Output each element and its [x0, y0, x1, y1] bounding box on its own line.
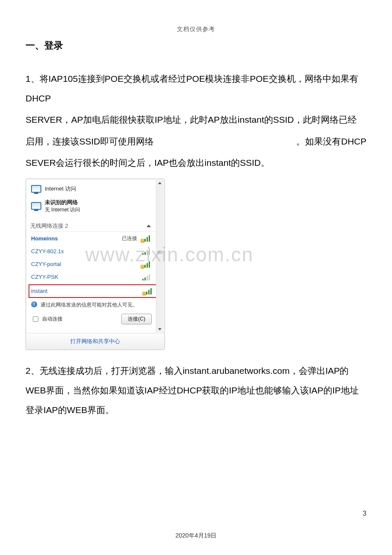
wifi-name: CZYY-PSK — [31, 274, 58, 280]
signal-icon — [142, 274, 151, 280]
checkbox[interactable] — [33, 316, 38, 322]
chevron-up-icon — [147, 225, 151, 227]
signal-icon — [144, 288, 153, 295]
wifi-name: instant — [31, 288, 47, 294]
wifi-status: 已连接 — [122, 235, 137, 242]
paragraph: 1、将IAP105连接到POE交换机或者经过POE模块连接非POE交换机，网络中… — [26, 69, 366, 108]
paragraph: SEVER会运行很长的时间之后，IAP也会放出instant的SSID。 — [26, 153, 366, 173]
open-network-center-link[interactable]: 打开网络和共享中心 — [26, 333, 164, 350]
info-row: ! 通过此网络发送的信息可能对其他人可见。 — [30, 299, 160, 312]
wifi-item[interactable]: CZYY-802.1x — [30, 245, 160, 258]
monitor-icon — [31, 201, 41, 211]
signal-icon — [142, 235, 151, 242]
wifi-name: CZYY-802.1x — [31, 248, 64, 254]
wifi-item-homeinns[interactable]: Homeinns 已连接 — [30, 232, 160, 245]
footer-date: 2020年4月19日 — [0, 532, 392, 540]
adapter-label: 无线网络连接 2 — [30, 222, 68, 230]
paragraph-part: 启用，连接该SSID即可使用网络 — [26, 132, 154, 151]
wifi-networks-panel: Internet 访问 未识别的网络 无 Internet 访问 无线网络连接 … — [26, 179, 165, 350]
page-number: 3 — [363, 510, 366, 517]
section-heading: 一、登录 — [26, 39, 366, 52]
signal-icon — [142, 248, 151, 255]
network-subtitle: 无 Internet 访问 — [45, 206, 80, 214]
wifi-name: CZYY-portal — [31, 261, 61, 267]
wifi-item[interactable]: CZYY-portal — [30, 258, 160, 271]
scrollbar[interactable] — [156, 180, 164, 332]
scroll-thumb[interactable] — [157, 251, 163, 254]
auto-connect-checkbox[interactable]: 自动连接 — [31, 315, 63, 323]
paragraph: SERVER，AP加电后能很快获取IP地址，此时AP放出instant的SSID… — [26, 110, 366, 130]
network-title: Internet 访问 — [45, 185, 76, 193]
monitor-icon — [31, 184, 41, 194]
paragraph: 2、无线连接成功后，打开浏览器，输入instant.arubanetworks.… — [26, 361, 366, 420]
wifi-list: Homeinns 已连接 CZYY-802.1x CZYY-portal CZY… — [30, 232, 160, 329]
signal-icon — [142, 261, 151, 268]
auto-connect-label: 自动连接 — [42, 315, 63, 323]
network-title: 未识别的网络 — [45, 199, 80, 206]
paragraph: 启用，连接该SSID即可使用网络 。如果没有DHCP — [26, 132, 366, 151]
paragraph-part: 。如果没有DHCP — [296, 132, 366, 151]
network-row[interactable]: Internet 访问 — [30, 182, 160, 196]
header-reference: 文档仅供参考 — [26, 26, 366, 33]
scroll-up-icon[interactable] — [158, 182, 161, 184]
connect-row: 自动连接 连接(C) — [30, 312, 160, 329]
connect-button[interactable]: 连接(C) — [121, 314, 152, 324]
wifi-item[interactable]: CZYY-PSK — [30, 271, 160, 283]
scroll-down-icon[interactable] — [158, 328, 161, 330]
wifi-item-instant[interactable]: instant — [29, 284, 162, 298]
info-icon: ! — [31, 301, 37, 307]
info-text: 通过此网络发送的信息可能对其他人可见。 — [40, 301, 138, 309]
adapter-section[interactable]: 无线网络连接 2 — [30, 220, 160, 232]
wifi-name: Homeinns — [31, 235, 58, 242]
network-row[interactable]: 未识别的网络 无 Internet 访问 — [30, 196, 160, 216]
